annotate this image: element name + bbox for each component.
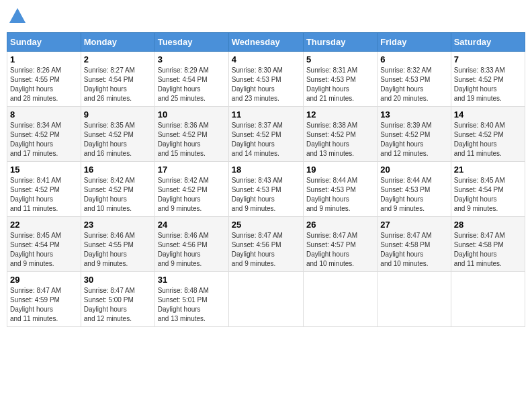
calendar-cell: 10 Sunrise: 8:36 AMSunset: 4:52 PMDaylig… bbox=[154, 107, 228, 162]
header-cell-saturday: Saturday bbox=[451, 33, 525, 52]
day-detail: Sunrise: 8:27 AMSunset: 4:54 PMDaylight … bbox=[84, 66, 135, 102]
day-detail: Sunrise: 8:42 AMSunset: 4:52 PMDaylight … bbox=[158, 177, 209, 212]
day-detail: Sunrise: 8:47 AMSunset: 4:57 PMDaylight … bbox=[306, 232, 357, 267]
calendar-cell: 9 Sunrise: 8:35 AMSunset: 4:52 PMDayligh… bbox=[81, 107, 154, 162]
calendar-week-1: 1 Sunrise: 8:26 AMSunset: 4:55 PMDayligh… bbox=[7, 52, 525, 107]
calendar-cell: 25 Sunrise: 8:47 AMSunset: 4:56 PMDaylig… bbox=[228, 217, 303, 272]
calendar-cell bbox=[228, 272, 303, 327]
day-detail: Sunrise: 8:26 AMSunset: 4:55 PMDaylight … bbox=[10, 66, 61, 102]
day-detail: Sunrise: 8:35 AMSunset: 4:52 PMDaylight … bbox=[84, 122, 135, 157]
logo bbox=[7, 7, 27, 26]
calendar-table: SundayMondayTuesdayWednesdayThursdayFrid… bbox=[7, 32, 525, 327]
day-detail: Sunrise: 8:47 AMSunset: 5:00 PMDaylight … bbox=[84, 287, 135, 322]
calendar-week-4: 22 Sunrise: 8:45 AMSunset: 4:54 PMDaylig… bbox=[7, 217, 525, 272]
calendar-cell: 1 Sunrise: 8:26 AMSunset: 4:55 PMDayligh… bbox=[7, 52, 81, 107]
header-cell-sunday: Sunday bbox=[7, 33, 81, 52]
day-detail: Sunrise: 8:46 AMSunset: 4:56 PMDaylight … bbox=[158, 232, 209, 267]
day-detail: Sunrise: 8:47 AMSunset: 4:59 PMDaylight … bbox=[10, 287, 61, 322]
day-detail: Sunrise: 8:40 AMSunset: 4:52 PMDaylight … bbox=[454, 122, 505, 157]
day-number: 27 bbox=[380, 220, 447, 230]
calendar-week-5: 29 Sunrise: 8:47 AMSunset: 4:59 PMDaylig… bbox=[7, 272, 525, 327]
calendar-cell: 15 Sunrise: 8:41 AMSunset: 4:52 PMDaylig… bbox=[7, 162, 81, 217]
header-cell-thursday: Thursday bbox=[303, 33, 377, 52]
calendar-cell: 12 Sunrise: 8:38 AMSunset: 4:52 PMDaylig… bbox=[303, 107, 377, 162]
calendar-cell: 26 Sunrise: 8:47 AMSunset: 4:57 PMDaylig… bbox=[303, 217, 377, 272]
day-detail: Sunrise: 8:32 AMSunset: 4:53 PMDaylight … bbox=[380, 66, 431, 102]
day-number: 23 bbox=[84, 220, 152, 230]
day-number: 17 bbox=[158, 165, 226, 175]
day-number: 9 bbox=[84, 109, 152, 120]
day-number: 4 bbox=[232, 54, 300, 64]
calendar-cell: 17 Sunrise: 8:42 AMSunset: 4:52 PMDaylig… bbox=[154, 162, 228, 217]
calendar-cell: 6 Sunrise: 8:32 AMSunset: 4:53 PMDayligh… bbox=[378, 52, 451, 107]
day-detail: Sunrise: 8:34 AMSunset: 4:52 PMDaylight … bbox=[10, 122, 61, 157]
calendar-cell: 31 Sunrise: 8:48 AMSunset: 5:01 PMDaylig… bbox=[154, 272, 228, 327]
day-detail: Sunrise: 8:44 AMSunset: 4:53 PMDaylight … bbox=[380, 177, 431, 212]
calendar-cell: 19 Sunrise: 8:44 AMSunset: 4:53 PMDaylig… bbox=[303, 162, 377, 217]
day-detail: Sunrise: 8:33 AMSunset: 4:52 PMDaylight … bbox=[454, 66, 505, 102]
day-detail: Sunrise: 8:43 AMSunset: 4:53 PMDaylight … bbox=[232, 177, 283, 212]
day-number: 5 bbox=[306, 54, 374, 64]
day-number: 30 bbox=[84, 275, 152, 285]
day-detail: Sunrise: 8:31 AMSunset: 4:53 PMDaylight … bbox=[306, 66, 357, 102]
day-number: 13 bbox=[380, 109, 447, 120]
calendar-cell: 7 Sunrise: 8:33 AMSunset: 4:52 PMDayligh… bbox=[451, 52, 525, 107]
day-number: 16 bbox=[84, 165, 152, 175]
day-number: 28 bbox=[454, 220, 522, 230]
page-header bbox=[7, 7, 525, 26]
calendar-cell: 2 Sunrise: 8:27 AMSunset: 4:54 PMDayligh… bbox=[81, 52, 154, 107]
header-cell-friday: Friday bbox=[378, 33, 451, 52]
day-detail: Sunrise: 8:44 AMSunset: 4:53 PMDaylight … bbox=[306, 177, 357, 212]
calendar-cell: 14 Sunrise: 8:40 AMSunset: 4:52 PMDaylig… bbox=[451, 107, 525, 162]
calendar-week-2: 8 Sunrise: 8:34 AMSunset: 4:52 PMDayligh… bbox=[7, 107, 525, 162]
calendar-cell: 30 Sunrise: 8:47 AMSunset: 5:00 PMDaylig… bbox=[81, 272, 154, 327]
day-number: 12 bbox=[306, 109, 374, 120]
calendar-cell bbox=[378, 272, 451, 327]
day-number: 29 bbox=[10, 275, 78, 285]
day-number: 18 bbox=[232, 165, 300, 175]
calendar-cell: 23 Sunrise: 8:46 AMSunset: 4:55 PMDaylig… bbox=[81, 217, 154, 272]
day-detail: Sunrise: 8:38 AMSunset: 4:52 PMDaylight … bbox=[306, 122, 357, 157]
day-number: 15 bbox=[10, 165, 78, 175]
day-detail: Sunrise: 8:39 AMSunset: 4:52 PMDaylight … bbox=[380, 122, 431, 157]
day-number: 3 bbox=[158, 54, 226, 64]
day-detail: Sunrise: 8:45 AMSunset: 4:54 PMDaylight … bbox=[10, 232, 61, 267]
calendar-cell: 8 Sunrise: 8:34 AMSunset: 4:52 PMDayligh… bbox=[7, 107, 81, 162]
calendar-header: SundayMondayTuesdayWednesdayThursdayFrid… bbox=[7, 33, 525, 52]
day-number: 20 bbox=[380, 165, 447, 175]
day-detail: Sunrise: 8:42 AMSunset: 4:52 PMDaylight … bbox=[84, 177, 135, 212]
day-detail: Sunrise: 8:45 AMSunset: 4:54 PMDaylight … bbox=[454, 177, 505, 212]
day-number: 8 bbox=[10, 109, 78, 120]
calendar-cell: 16 Sunrise: 8:42 AMSunset: 4:52 PMDaylig… bbox=[81, 162, 154, 217]
calendar-cell: 29 Sunrise: 8:47 AMSunset: 4:59 PMDaylig… bbox=[7, 272, 81, 327]
day-number: 22 bbox=[10, 220, 78, 230]
calendar-body: 1 Sunrise: 8:26 AMSunset: 4:55 PMDayligh… bbox=[7, 52, 525, 327]
calendar-cell bbox=[451, 272, 525, 327]
logo-icon bbox=[8, 7, 27, 26]
header-row: SundayMondayTuesdayWednesdayThursdayFrid… bbox=[7, 33, 525, 52]
calendar-cell: 27 Sunrise: 8:47 AMSunset: 4:58 PMDaylig… bbox=[378, 217, 451, 272]
day-detail: Sunrise: 8:30 AMSunset: 4:53 PMDaylight … bbox=[232, 66, 283, 102]
day-number: 1 bbox=[10, 54, 78, 64]
day-detail: Sunrise: 8:37 AMSunset: 4:52 PMDaylight … bbox=[232, 122, 283, 157]
calendar-cell: 21 Sunrise: 8:45 AMSunset: 4:54 PMDaylig… bbox=[451, 162, 525, 217]
svg-marker-0 bbox=[9, 8, 26, 23]
header-cell-monday: Monday bbox=[81, 33, 154, 52]
day-number: 6 bbox=[380, 54, 447, 64]
calendar-cell: 13 Sunrise: 8:39 AMSunset: 4:52 PMDaylig… bbox=[378, 107, 451, 162]
day-detail: Sunrise: 8:29 AMSunset: 4:54 PMDaylight … bbox=[158, 66, 209, 102]
calendar-cell: 3 Sunrise: 8:29 AMSunset: 4:54 PMDayligh… bbox=[154, 52, 228, 107]
calendar-cell: 22 Sunrise: 8:45 AMSunset: 4:54 PMDaylig… bbox=[7, 217, 81, 272]
day-number: 7 bbox=[454, 54, 522, 64]
day-number: 19 bbox=[306, 165, 374, 175]
day-number: 24 bbox=[158, 220, 226, 230]
day-detail: Sunrise: 8:47 AMSunset: 4:58 PMDaylight … bbox=[380, 232, 431, 267]
day-detail: Sunrise: 8:36 AMSunset: 4:52 PMDaylight … bbox=[158, 122, 209, 157]
day-number: 26 bbox=[306, 220, 374, 230]
calendar-cell: 20 Sunrise: 8:44 AMSunset: 4:53 PMDaylig… bbox=[378, 162, 451, 217]
calendar-week-3: 15 Sunrise: 8:41 AMSunset: 4:52 PMDaylig… bbox=[7, 162, 525, 217]
day-number: 25 bbox=[232, 220, 300, 230]
day-detail: Sunrise: 8:47 AMSunset: 4:58 PMDaylight … bbox=[454, 232, 505, 267]
header-cell-tuesday: Tuesday bbox=[154, 33, 228, 52]
calendar-cell bbox=[303, 272, 377, 327]
